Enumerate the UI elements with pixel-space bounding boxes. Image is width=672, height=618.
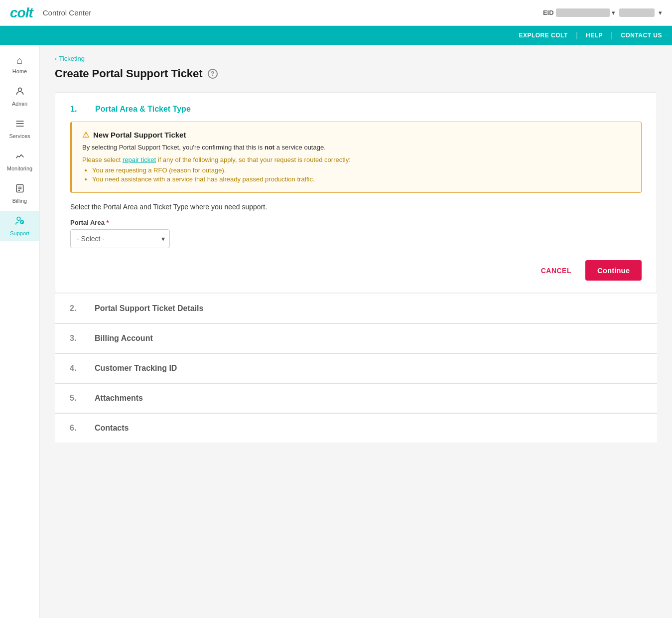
portal-area-label: Portal Area *	[70, 219, 642, 226]
sidebar-label-support: Support	[10, 230, 29, 236]
warning-line1-before: By selecting Portal Support Ticket, you'…	[82, 144, 265, 151]
step-2-section: 2. Portal Support Ticket Details	[55, 294, 657, 323]
cancel-button[interactable]: CANCEL	[533, 262, 579, 280]
services-icon	[15, 119, 25, 131]
sidebar-item-home[interactable]: ⌂ Home	[0, 50, 39, 79]
svg-point-0	[18, 88, 21, 91]
warning-list: You are requesting a RFO (reason for out…	[92, 166, 631, 183]
step-1-content: ⚠ New Portal Support Ticket By selecting…	[70, 122, 642, 281]
warning-box: ⚠ New Portal Support Ticket By selecting…	[70, 122, 642, 193]
step-1-section: 1. Portal Area & Ticket Type ⚠ New Porta…	[55, 92, 657, 293]
divider-2: |	[611, 31, 613, 40]
sidebar-label-home: Home	[12, 68, 27, 74]
monitoring-icon	[15, 151, 25, 163]
user-dropdown-icon[interactable]: ▾	[659, 9, 662, 16]
step-3-header: 3. Billing Account	[70, 334, 642, 343]
warning-title-text: New Portal Support Ticket	[93, 131, 186, 139]
breadcrumb[interactable]: ‹ Ticketing	[55, 55, 657, 62]
portal-area-label-text: Portal Area	[70, 219, 105, 226]
sidebar-item-monitoring[interactable]: Monitoring	[0, 146, 39, 176]
nav-left: colt Control Center	[10, 5, 91, 21]
step-6-title: Contacts	[95, 424, 129, 433]
eid-label: EID	[543, 9, 554, 16]
sidebar-label-monitoring: Monitoring	[7, 165, 32, 171]
logo[interactable]: colt	[10, 5, 33, 21]
eid-block: EID ██████████ ▾	[543, 8, 615, 17]
main-content: ‹ Ticketing Create Portal Support Ticket…	[40, 45, 672, 618]
portal-area-select-wrapper: - Select - ▾	[70, 229, 170, 248]
sidebar-label-admin: Admin	[12, 101, 27, 107]
step-2-title: Portal Support Ticket Details	[95, 304, 203, 313]
sidebar-item-admin[interactable]: Admin	[0, 81, 39, 112]
warning-list-item-2: You need assistance with a service that …	[92, 175, 631, 183]
admin-icon	[15, 86, 25, 99]
explore-colt-link[interactable]: EXPLORE COLT	[519, 32, 567, 39]
sidebar-item-services[interactable]: Services	[0, 114, 39, 144]
teal-bar: EXPLORE COLT | HELP | CONTACT US	[0, 26, 672, 45]
continue-button[interactable]: Continue	[585, 260, 642, 281]
step-4-section: 4. Customer Tracking ID	[55, 354, 657, 383]
divider-1: |	[576, 31, 578, 40]
portal-area-select[interactable]: - Select -	[70, 229, 170, 248]
sidebar-item-support[interactable]: Support	[0, 211, 39, 241]
warning-title: ⚠ New Portal Support Ticket	[82, 130, 631, 140]
svg-point-8	[17, 217, 20, 221]
page-title: Create Portal Support Ticket ?	[55, 67, 657, 80]
step-6-number: 6.	[70, 424, 85, 433]
app-title: Control Center	[43, 8, 92, 17]
warning-list-after: if any of the following apply, so that y…	[156, 156, 351, 163]
sidebar-label-billing: Billing	[12, 198, 27, 204]
step-3-title: Billing Account	[95, 334, 153, 343]
step-2-number: 2.	[70, 304, 85, 313]
warning-line1-bold: not	[265, 144, 274, 151]
step-4-title: Customer Tracking ID	[95, 364, 177, 373]
required-star: *	[107, 219, 109, 226]
step-3-number: 3.	[70, 334, 85, 343]
sidebar-label-services: Services	[9, 133, 30, 139]
help-link[interactable]: HELP	[586, 32, 603, 39]
step-2-header: 2. Portal Support Ticket Details	[70, 304, 642, 313]
page-title-text: Create Portal Support Ticket	[55, 67, 203, 80]
form-description: Select the Portal Area and Ticket Type w…	[70, 203, 642, 211]
step-5-title: Attachments	[95, 394, 143, 403]
sidebar-item-billing[interactable]: Billing	[0, 178, 39, 209]
repair-ticket-link[interactable]: repair ticket	[123, 156, 156, 163]
home-icon: ⌂	[16, 55, 22, 66]
step-1-header: 1. Portal Area & Ticket Type	[70, 105, 642, 114]
step-5-number: 5.	[70, 394, 85, 403]
warning-list-item-1: You are requesting a RFO (reason for out…	[92, 166, 631, 174]
buttons-row: CANCEL Continue	[70, 260, 642, 281]
warning-list-before: Please select	[82, 156, 123, 163]
sidebar: ⌂ Home Admin Services Monitoring Billi	[0, 45, 40, 618]
step-4-number: 4.	[70, 364, 85, 373]
nav-right: EID ██████████ ▾ ██████ ▾	[543, 8, 662, 17]
contact-us-link[interactable]: CONTACT US	[621, 32, 662, 39]
step-6-header: 6. Contacts	[70, 424, 642, 433]
support-icon	[15, 216, 25, 228]
step-4-header: 4. Customer Tracking ID	[70, 364, 642, 373]
breadcrumb-label: Ticketing	[59, 55, 85, 62]
eid-dropdown-icon[interactable]: ▾	[612, 9, 615, 16]
warning-list-header: Please select repair ticket if any of th…	[82, 156, 631, 163]
step-6-section: 6. Contacts	[55, 414, 657, 443]
eid-value: ██████████	[556, 8, 610, 17]
step-1-title: Portal Area & Ticket Type	[95, 105, 191, 114]
step-5-header: 5. Attachments	[70, 394, 642, 403]
warning-line1-after: a service outage.	[274, 144, 326, 151]
step-1-number: 1.	[70, 105, 85, 114]
top-nav: colt Control Center EID ██████████ ▾ ███…	[0, 0, 672, 26]
billing-icon	[15, 183, 25, 196]
step-5-section: 5. Attachments	[55, 384, 657, 413]
help-icon[interactable]: ?	[208, 69, 218, 79]
step-3-section: 3. Billing Account	[55, 324, 657, 353]
breadcrumb-arrow: ‹	[55, 55, 57, 62]
warning-triangle-icon: ⚠	[82, 130, 89, 140]
user-value: ██████	[619, 8, 655, 17]
warning-line1: By selecting Portal Support Ticket, you'…	[82, 144, 631, 151]
layout: ⌂ Home Admin Services Monitoring Billi	[0, 45, 672, 618]
